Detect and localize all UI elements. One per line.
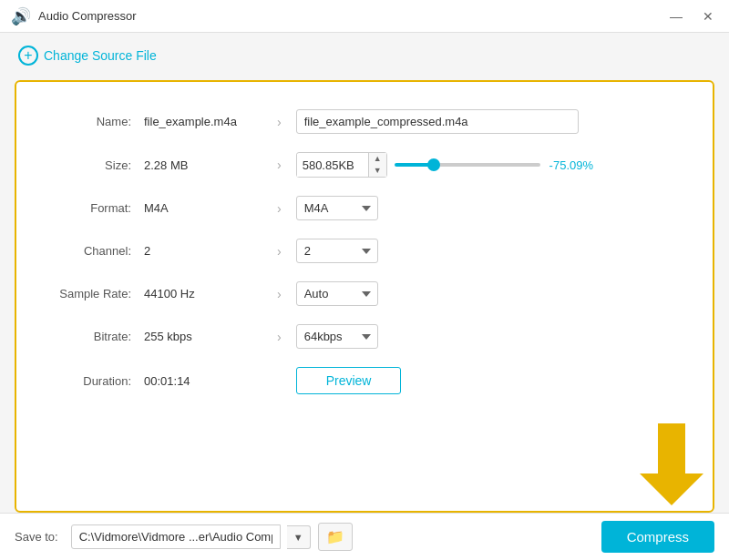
- settings-card: Name: file_example.m4a › Size: 2.28 MB ›: [15, 80, 714, 513]
- save-path-input[interactable]: [71, 524, 281, 549]
- bitrate-target: 64kbps 128kbps 192kbps 256kbps 320kbps: [296, 324, 685, 349]
- format-source-value: M4A: [144, 201, 262, 215]
- sample-rate-arrow-icon: ›: [277, 287, 282, 301]
- size-source-value: 2.28 MB: [144, 158, 262, 172]
- size-row: Size: 2.28 MB › ▲ ▼: [44, 143, 685, 187]
- toolbar: + Change Source File: [15, 44, 714, 67]
- change-source-label: Change Source File: [44, 48, 157, 63]
- name-input[interactable]: [296, 109, 579, 134]
- main-content: + Change Source File Name: file_example.…: [0, 33, 729, 513]
- size-input-wrap: ▲ ▼: [296, 152, 387, 178]
- add-icon: +: [18, 46, 38, 66]
- sample-rate-source-value: 44100 Hz: [144, 287, 262, 300]
- compress-button[interactable]: Compress: [601, 521, 714, 553]
- title-bar-left: 🔊 Audio Compressor: [11, 6, 137, 26]
- name-label: Name:: [44, 115, 144, 128]
- format-select[interactable]: M4A MP3 AAC WAV FLAC: [296, 196, 378, 220]
- name-row: Name: file_example.m4a ›: [44, 100, 685, 143]
- minimize-button[interactable]: —: [665, 8, 687, 25]
- channel-select[interactable]: 2 1 Auto: [296, 239, 378, 263]
- size-label: Size:: [44, 158, 144, 172]
- sample-rate-target: Auto 44100 Hz 22050 Hz 11025 Hz: [296, 281, 685, 306]
- app-title: Audio Compressor: [38, 9, 137, 23]
- size-control: ▲ ▼ -75.09%: [296, 152, 600, 178]
- open-folder-button[interactable]: 📁: [318, 523, 353, 551]
- app-icon: 🔊: [11, 6, 31, 26]
- size-input[interactable]: [297, 154, 368, 177]
- size-percent: -75.09%: [549, 158, 600, 172]
- bitrate-row: Bitrate: 255 kbps › 64kbps 128kbps 192kb…: [44, 315, 685, 358]
- bitrate-arrow-icon: ›: [277, 330, 282, 344]
- title-bar-controls: — ✕: [665, 8, 718, 25]
- format-row: Format: M4A › M4A MP3 AAC WAV FLAC: [44, 187, 685, 229]
- size-target: ▲ ▼ -75.09%: [296, 152, 685, 178]
- svg-marker-0: [640, 423, 703, 505]
- channel-row: Channel: 2 › 2 1 Auto: [44, 229, 685, 272]
- change-source-button[interactable]: + Change Source File: [15, 44, 160, 67]
- sample-rate-label: Sample Rate:: [44, 287, 144, 300]
- size-slider[interactable]: [395, 163, 540, 167]
- bitrate-select[interactable]: 64kbps 128kbps 192kbps 256kbps 320kbps: [296, 324, 378, 349]
- preview-button[interactable]: Preview: [296, 367, 402, 394]
- duration-label: Duration:: [44, 374, 144, 388]
- bitrate-source-value: 255 kbps: [144, 330, 262, 343]
- size-down-button[interactable]: ▼: [369, 165, 386, 177]
- bitrate-label: Bitrate:: [44, 330, 144, 343]
- bottom-bar: Save to: ▼ 📁 Compress: [0, 513, 729, 560]
- sample-rate-row: Sample Rate: 44100 Hz › Auto 44100 Hz 22…: [44, 272, 685, 315]
- name-source-value: file_example.m4a: [144, 115, 262, 128]
- format-arrow-icon: ›: [277, 201, 282, 216]
- size-arrow-icon: ›: [277, 158, 282, 172]
- save-path-dropdown-button[interactable]: ▼: [287, 525, 311, 549]
- duration-row: Duration: 00:01:14 › Preview: [44, 358, 685, 403]
- close-button[interactable]: ✕: [698, 8, 718, 25]
- size-spinners: ▲ ▼: [368, 153, 386, 177]
- name-target: [296, 109, 685, 134]
- size-up-button[interactable]: ▲: [369, 153, 386, 165]
- format-label: Format:: [44, 201, 144, 215]
- channel-target: 2 1 Auto: [296, 239, 685, 263]
- content-wrap: Name: file_example.m4a › Size: 2.28 MB ›: [15, 80, 714, 513]
- channel-source-value: 2: [144, 244, 262, 258]
- duration-source-value: 00:01:14: [144, 374, 262, 388]
- title-bar: 🔊 Audio Compressor — ✕: [0, 0, 729, 33]
- duration-target: Preview: [296, 367, 685, 394]
- sample-rate-select[interactable]: Auto 44100 Hz 22050 Hz 11025 Hz: [296, 281, 378, 306]
- folder-icon: 📁: [326, 529, 344, 545]
- save-to-label: Save to:: [15, 530, 58, 544]
- channel-arrow-icon: ›: [277, 244, 282, 259]
- name-arrow-icon: ›: [277, 115, 282, 129]
- channel-label: Channel:: [44, 244, 144, 258]
- arrow-annotation: [640, 423, 703, 505]
- slider-wrap: -75.09%: [395, 158, 600, 172]
- format-target: M4A MP3 AAC WAV FLAC: [296, 196, 685, 220]
